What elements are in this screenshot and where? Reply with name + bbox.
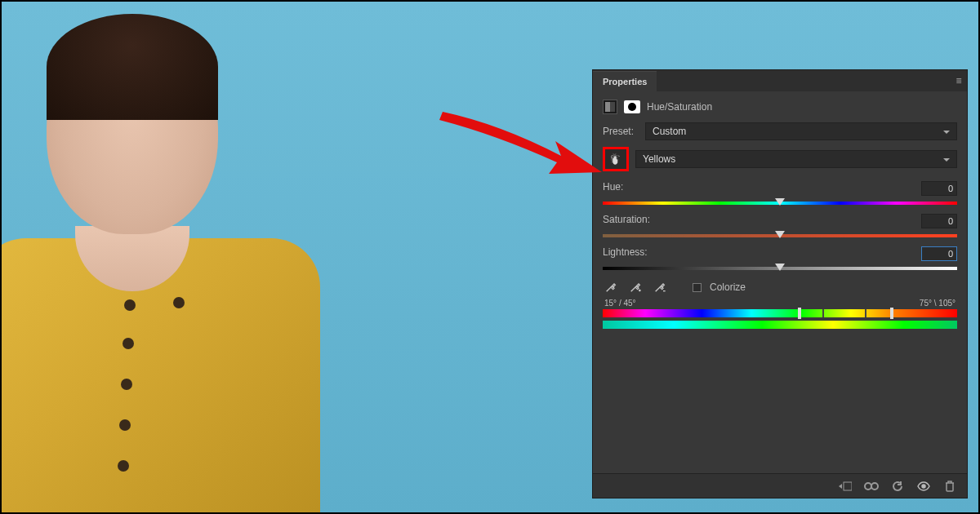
svg-point-3 bbox=[922, 485, 925, 488]
range-marker-2[interactable] bbox=[890, 308, 893, 319]
adjustment-header: Hue/Saturation bbox=[603, 100, 957, 114]
panel-tab-row: Properties ≡ bbox=[593, 70, 967, 91]
preset-value: Custom bbox=[653, 126, 686, 137]
previous-state-button[interactable] bbox=[864, 479, 879, 494]
saturation-slider[interactable] bbox=[603, 233, 957, 238]
targeted-adjustment-tool[interactable] bbox=[603, 147, 629, 171]
hue-slider-handle[interactable] bbox=[775, 198, 785, 206]
hand-scrubby-icon bbox=[608, 152, 623, 166]
tab-properties[interactable]: Properties bbox=[593, 71, 657, 91]
range-bar-1[interactable] bbox=[822, 309, 824, 317]
colorize-label: Colorize bbox=[710, 281, 746, 293]
saturation-label: Saturation: bbox=[603, 214, 650, 228]
properties-panel: Properties ≡ Hue/Saturation Preset: Cust… bbox=[593, 70, 967, 498]
saturation-value-input[interactable] bbox=[921, 214, 957, 228]
lightness-label: Lightness: bbox=[603, 246, 648, 261]
visibility-toggle[interactable] bbox=[916, 479, 931, 494]
panel-menu-icon[interactable]: ≡ bbox=[951, 75, 967, 86]
clip-to-layer-button[interactable] bbox=[838, 479, 853, 494]
svg-point-1 bbox=[865, 483, 871, 490]
preset-dropdown[interactable]: Custom bbox=[645, 122, 957, 140]
range-right-label: 75° \ 105° bbox=[920, 299, 956, 308]
svg-rect-0 bbox=[844, 482, 852, 490]
color-range-spectrum-bottom bbox=[603, 321, 957, 329]
channel-value: Yellows bbox=[643, 153, 675, 165]
colorize-checkbox[interactable] bbox=[693, 283, 702, 292]
hue-slider[interactable] bbox=[603, 201, 957, 206]
eyedropper-tool[interactable] bbox=[603, 279, 619, 295]
adjustment-title: Hue/Saturation bbox=[647, 101, 712, 113]
layer-mask-icon[interactable] bbox=[624, 100, 640, 113]
preset-label: Preset: bbox=[603, 126, 639, 137]
lightness-slider-handle[interactable] bbox=[775, 264, 785, 271]
lightness-value-input[interactable] bbox=[921, 246, 957, 261]
trash-button[interactable] bbox=[942, 479, 957, 494]
hue-value-input[interactable] bbox=[921, 181, 957, 196]
annotation-arrow bbox=[434, 104, 606, 185]
range-left-label: 15° / 45° bbox=[604, 299, 636, 308]
eyedropper-subtract-tool[interactable] bbox=[652, 279, 668, 295]
range-bar-2[interactable] bbox=[865, 309, 866, 317]
channel-dropdown[interactable]: Yellows bbox=[635, 150, 957, 168]
lightness-slider[interactable] bbox=[603, 266, 957, 271]
reset-button[interactable] bbox=[890, 479, 905, 494]
image-subject bbox=[2, 2, 312, 512]
panel-footer bbox=[593, 473, 967, 498]
svg-point-2 bbox=[871, 483, 878, 490]
saturation-slider-handle[interactable] bbox=[775, 231, 785, 238]
eyedropper-add-tool[interactable] bbox=[627, 279, 644, 295]
color-range-spectrum-top[interactable] bbox=[603, 309, 957, 317]
range-marker-1[interactable] bbox=[798, 308, 801, 319]
